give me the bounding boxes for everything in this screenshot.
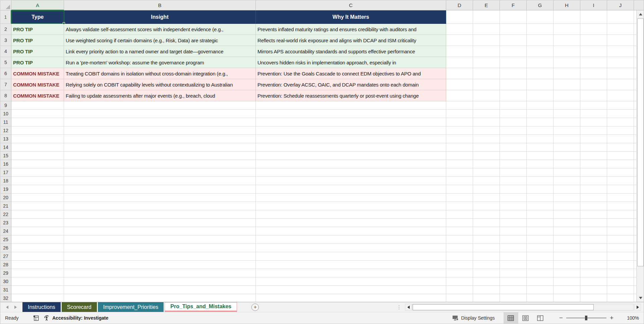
accessibility-icon[interactable] [44,315,50,321]
cell-A31[interactable] [11,286,64,294]
cell-G22[interactable] [527,210,553,219]
cell-A30[interactable] [11,277,64,286]
vertical-scrollbar[interactable] [636,10,644,302]
cell-G29[interactable] [527,269,553,277]
cell-E17[interactable] [473,168,500,177]
cell-E4[interactable] [473,46,500,57]
cell-E20[interactable] [473,194,500,202]
cell-D11[interactable] [446,118,473,126]
cell-E24[interactable] [473,227,500,235]
row-header-24[interactable]: 24 [0,227,11,235]
cell-C22[interactable] [256,210,446,219]
cell-D28[interactable] [446,261,473,269]
cell-G21[interactable] [527,202,553,210]
cell-C31[interactable] [256,286,446,294]
cell-J27[interactable] [607,252,634,261]
cell-F25[interactable] [500,235,527,244]
cell-I22[interactable] [580,210,607,219]
cell-A32[interactable] [11,294,64,302]
cell-H15[interactable] [553,152,580,160]
cell-A4[interactable]: PRO TIP [11,46,64,57]
row-header-11[interactable]: 11 [0,118,11,126]
cell-E5[interactable] [473,57,500,68]
cell-A25[interactable] [11,235,64,244]
cell-E1[interactable] [473,10,500,24]
cell-D9[interactable] [446,101,473,110]
cell-J9[interactable] [607,101,634,110]
cell-E26[interactable] [473,244,500,252]
cell-D29[interactable] [446,269,473,277]
row-header-2[interactable]: 2 [0,24,11,35]
row-header-8[interactable]: 8 [0,90,11,101]
cell-E9[interactable] [473,101,500,110]
cell-H11[interactable] [553,118,580,126]
sheet-tab-instructions[interactable]: Instructions [22,302,61,312]
row-header-14[interactable]: 14 [0,143,11,152]
cell-F11[interactable] [500,118,527,126]
cell-B25[interactable] [64,235,256,244]
cell-I32[interactable] [580,294,607,302]
row-header-10[interactable]: 10 [0,110,11,118]
cell-A14[interactable] [11,143,64,152]
cell-B20[interactable] [64,194,256,202]
cell-E19[interactable] [473,185,500,194]
cell-C6[interactable]: Prevention: Use the Goals Cascade to con… [256,68,446,79]
cell-E28[interactable] [473,261,500,269]
cell-F19[interactable] [500,185,527,194]
row-header-7[interactable]: 7 [0,79,11,90]
cell-B28[interactable] [64,261,256,269]
cell-B18[interactable] [64,177,256,185]
cell-B19[interactable] [64,185,256,194]
row-header-25[interactable]: 25 [0,235,11,244]
display-settings-button[interactable]: Display Settings [452,315,494,321]
cell-D1[interactable] [446,10,473,24]
row-header-32[interactable]: 32 [0,294,11,302]
cell-E30[interactable] [473,277,500,286]
row-header-13[interactable]: 13 [0,135,11,143]
row-header-4[interactable]: 4 [0,46,11,57]
cell-B6[interactable]: Treating COBIT domains in isolation with… [64,68,256,79]
cell-F14[interactable] [500,143,527,152]
cell-D30[interactable] [446,277,473,286]
horizontal-scroll-thumb[interactable] [413,304,594,310]
select-all-button[interactable] [0,0,11,10]
cell-A5[interactable]: PRO TIP [11,57,64,68]
cell-E6[interactable] [473,68,500,79]
cell-A24[interactable] [11,227,64,235]
cell-B31[interactable] [64,286,256,294]
row-header-17[interactable]: 17 [0,168,11,177]
cell-C21[interactable] [256,202,446,210]
cell-I11[interactable] [580,118,607,126]
cell-F4[interactable] [500,46,527,57]
cell-F26[interactable] [500,244,527,252]
cell-F23[interactable] [500,219,527,227]
cell-D24[interactable] [446,227,473,235]
cell-I13[interactable] [580,135,607,143]
horizontal-scrollbar[interactable] [412,304,634,311]
cell-E31[interactable] [473,286,500,294]
cell-F13[interactable] [500,135,527,143]
cell-H14[interactable] [553,143,580,152]
cell-H28[interactable] [553,261,580,269]
cell-J16[interactable] [607,160,634,168]
column-header-E[interactable]: E [473,0,500,10]
cell-I23[interactable] [580,219,607,227]
cell-I16[interactable] [580,160,607,168]
cell-I8[interactable] [580,90,607,101]
cell-H3[interactable] [553,35,580,46]
cell-F9[interactable] [500,101,527,110]
cell-C17[interactable] [256,168,446,177]
cell-I17[interactable] [580,168,607,177]
cell-J15[interactable] [607,152,634,160]
cell-C24[interactable] [256,227,446,235]
cell-D18[interactable] [446,177,473,185]
cell-C10[interactable] [256,110,446,118]
cell-A16[interactable] [11,160,64,168]
cell-D32[interactable] [446,294,473,302]
scroll-down-button[interactable] [637,295,644,301]
cell-H30[interactable] [553,277,580,286]
cell-H21[interactable] [553,202,580,210]
vertical-scroll-thumb[interactable] [637,18,644,266]
cell-G12[interactable] [527,126,553,135]
cell-J17[interactable] [607,168,634,177]
